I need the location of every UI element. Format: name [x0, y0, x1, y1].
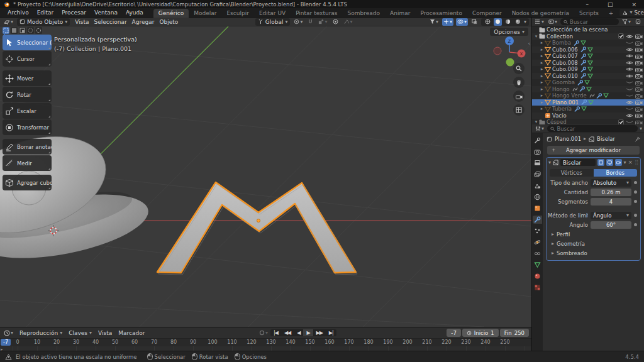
- jump-end-button[interactable]: ▶|: [326, 329, 336, 336]
- properties-tab-data[interactable]: [533, 261, 542, 269]
- workspace-tab-componer[interactable]: Componer: [467, 9, 507, 18]
- keyframe-dot[interactable]: [634, 223, 637, 226]
- realtime-display-toggle[interactable]: [606, 159, 613, 166]
- play-button[interactable]: ▶: [303, 329, 313, 336]
- close-icon[interactable]: ×: [628, 160, 633, 165]
- outliner-row-cubo-006[interactable]: ▸Cubo.006: [532, 47, 644, 53]
- visibility-filter-button[interactable]: ▾: [428, 18, 440, 26]
- field-slider[interactable]: 60°: [591, 221, 631, 229]
- eye-open-icon[interactable]: [626, 47, 633, 52]
- select-box-icon[interactable]: [11, 27, 18, 34]
- keyframe-dot[interactable]: [634, 200, 637, 203]
- affect-tab-vértices[interactable]: Vértices: [550, 169, 594, 177]
- editor-type-timeline-icon[interactable]: ▾: [3, 329, 14, 337]
- outliner-row-cubo-008[interactable]: ▸Cubo.008: [532, 60, 644, 67]
- timeline-menu-vista[interactable]: Vista: [96, 330, 114, 336]
- outliner-row-colección-de-la-escena[interactable]: Colección de la escena: [532, 26, 644, 33]
- eye-open-icon[interactable]: [626, 34, 633, 39]
- eye-closed-icon[interactable]: [626, 80, 633, 85]
- menu-editar[interactable]: Editar: [33, 9, 58, 16]
- shading-solid-button[interactable]: [494, 18, 502, 26]
- checkbox-icon[interactable]: [618, 33, 624, 39]
- chevron-right-icon[interactable]: ▸: [539, 40, 545, 45]
- menu-ayuda[interactable]: Ayuda: [122, 9, 147, 16]
- workspace-tab-pintar-texturas[interactable]: Pintar texturas: [291, 9, 342, 18]
- outliner-row-bomba[interactable]: ▸Bomba: [532, 40, 644, 47]
- pan-hand-icon[interactable]: [513, 77, 525, 88]
- outliner-row-hongo[interactable]: ▸Hongo: [532, 86, 644, 93]
- eye-closed-icon[interactable]: [626, 119, 633, 124]
- workspace-tab-esculpir[interactable]: Esculpir: [221, 9, 253, 18]
- tool-measure-button[interactable]: Medir: [3, 155, 52, 171]
- tool-move-button[interactable]: Mover: [3, 70, 52, 86]
- tool-rotate-button[interactable]: Rotar: [3, 87, 52, 102]
- viewport-menu-vista[interactable]: Vista: [72, 19, 91, 25]
- chevron-down-icon[interactable]: ▾: [533, 119, 539, 124]
- outliner-settings-icon[interactable]: [634, 18, 642, 26]
- workspace-tab-modelar[interactable]: Modelar: [189, 9, 221, 18]
- camera-visibility-icon[interactable]: [635, 73, 643, 79]
- chevron-right-icon[interactable]: ▸: [539, 100, 545, 105]
- camera-visibility-icon[interactable]: [635, 86, 643, 92]
- extras-chevron-icon[interactable]: ▾: [624, 160, 626, 165]
- section-perfil[interactable]: ▸Perfil: [552, 231, 640, 238]
- camera-view-icon[interactable]: [513, 90, 525, 102]
- outliner-row-plano-001[interactable]: ▸Plano.001: [532, 99, 644, 106]
- playhead-line[interactable]: [4, 29, 5, 45]
- tool-cube-button[interactable]: Agregar cubo: [3, 175, 52, 190]
- minimize-icon[interactable]: –: [586, 1, 589, 8]
- field-dropdown[interactable]: Absoluto▾: [591, 179, 631, 187]
- menu-procesar[interactable]: Procesar: [58, 9, 90, 16]
- eye-open-icon[interactable]: [626, 113, 633, 118]
- properties-tab-scene[interactable]: [533, 182, 542, 190]
- properties-tab-viewlayer[interactable]: [533, 170, 542, 178]
- outliner-row-vacío[interactable]: Vacío: [532, 112, 644, 119]
- tool-pen-button[interactable]: Borrar anotación: [3, 139, 52, 155]
- select-box-new-icon[interactable]: [19, 27, 26, 34]
- timeline-track[interactable]: ▸: [0, 346, 531, 351]
- properties-search-input[interactable]: [557, 126, 635, 132]
- properties-tab-particles[interactable]: [533, 227, 542, 235]
- playhead-frame-tag[interactable]: -7: [1, 339, 11, 346]
- affect-tab-bordes[interactable]: Bordes: [594, 169, 638, 177]
- editor-type-properties-icon[interactable]: ▾: [534, 125, 545, 133]
- timeline-menu-claves[interactable]: Claves▾: [66, 330, 94, 336]
- perspective-grid-icon[interactable]: [513, 104, 525, 116]
- prev-keyframe-button[interactable]: ◀◀: [281, 329, 294, 336]
- properties-tab-world[interactable]: [533, 193, 542, 201]
- xray-toggle[interactable]: [470, 18, 479, 26]
- workspace-tab-+[interactable]: +: [604, 9, 619, 18]
- collapse-chevron-icon[interactable]: ▾: [548, 160, 551, 165]
- zoom-icon[interactable]: [513, 63, 525, 74]
- keyframe-dot[interactable]: [634, 190, 637, 194]
- properties-tab-render[interactable]: [533, 148, 542, 156]
- proportional-edit-button[interactable]: [331, 18, 340, 26]
- properties-tab-output[interactable]: [533, 159, 542, 167]
- field-dropdown[interactable]: Ángulo▾: [591, 212, 631, 219]
- render-display-toggle[interactable]: [615, 159, 622, 166]
- camera-visibility-icon[interactable]: [635, 67, 643, 72]
- drag-handle-icon[interactable]: ⣿: [635, 160, 638, 165]
- section-geometría[interactable]: ▸Geometría: [552, 240, 640, 248]
- outliner-row-cubo-010[interactable]: ▸Cubo.010: [532, 73, 644, 80]
- editor-type-viewport-icon[interactable]: ▾: [3, 18, 14, 26]
- timeline-menu-reproducción[interactable]: Reproducción▾: [17, 330, 65, 336]
- outliner-row-tubería[interactable]: ▸Tubería: [532, 106, 644, 112]
- field-slider[interactable]: 4: [591, 198, 631, 206]
- eye-open-icon[interactable]: [626, 74, 633, 79]
- breadcrumb-object[interactable]: Plano.001: [555, 136, 581, 142]
- workspace-tab-sombreado[interactable]: Sombreado: [343, 9, 385, 18]
- keyframe-dot[interactable]: [634, 181, 637, 184]
- camera-visibility-icon[interactable]: [635, 47, 643, 52]
- camera-visibility-icon[interactable]: [635, 40, 643, 46]
- section-sombreado[interactable]: ▸Sombreado: [552, 250, 640, 257]
- overlays-toggle[interactable]: ▾: [456, 18, 468, 26]
- eye-closed-icon[interactable]: [626, 93, 633, 98]
- chevron-right-icon[interactable]: ▸: [539, 80, 545, 85]
- chevron-right-icon[interactable]: ▸: [539, 87, 545, 92]
- display-mode-icon[interactable]: ▾: [547, 18, 558, 26]
- jump-start-button[interactable]: |◀: [270, 329, 281, 336]
- tool-arrow-button[interactable]: Seleccionar (M...: [3, 35, 52, 50]
- current-frame-field[interactable]: -7: [447, 329, 460, 337]
- pin-icon[interactable]: [635, 136, 640, 142]
